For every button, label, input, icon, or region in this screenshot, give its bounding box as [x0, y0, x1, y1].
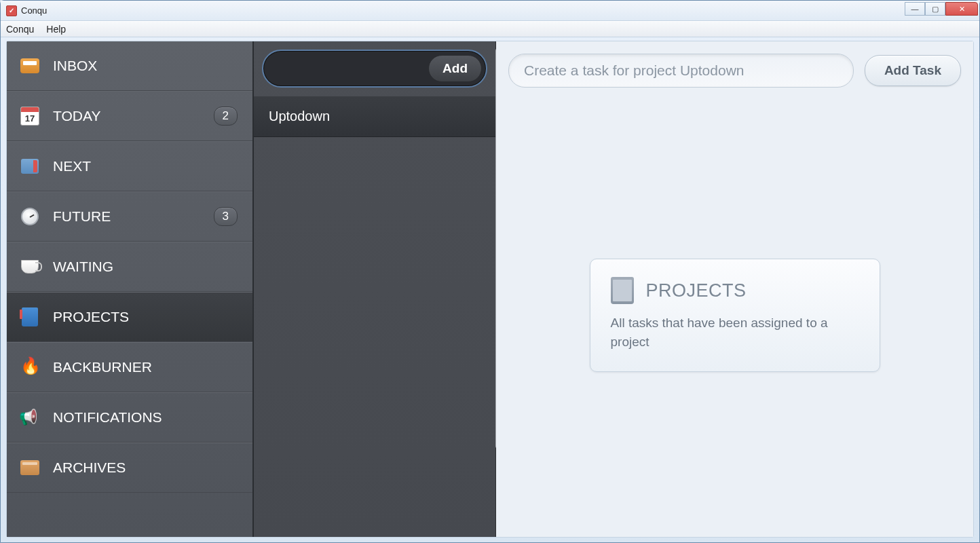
- sidebar-item-next[interactable]: NEXT: [7, 141, 252, 191]
- projects-book-icon: [611, 277, 634, 304]
- sidebar-label: ARCHIVES: [53, 460, 126, 476]
- info-card: PROJECTS All tasks that have been assign…: [590, 259, 880, 372]
- folder-icon: [19, 155, 41, 177]
- sidebar-item-inbox[interactable]: INBOX: [7, 41, 252, 91]
- archive-icon: [19, 457, 41, 479]
- window-title: Conqu: [21, 5, 47, 16]
- app-icon: [6, 5, 17, 16]
- clock-icon: [19, 206, 41, 227]
- badge-future: 3: [214, 207, 238, 226]
- project-row[interactable]: Uptodown: [254, 96, 495, 137]
- fire-icon: [19, 356, 41, 378]
- sidebar-item-archives[interactable]: ARCHIVES: [7, 443, 252, 493]
- book-icon: [19, 306, 41, 328]
- sidebar: INBOX TODAY 2 NEXT FUTURE 3 WAITING: [7, 41, 253, 537]
- sidebar-item-projects[interactable]: PROJECTS: [7, 292, 252, 342]
- sidebar-label: INBOX: [53, 58, 97, 74]
- sidebar-label: BACKBURNER: [53, 359, 152, 375]
- minimize-button[interactable]: —: [905, 2, 925, 16]
- menubar: Conqu Help: [1, 21, 979, 37]
- info-card-title: PROJECTS: [646, 280, 747, 301]
- menu-help[interactable]: Help: [46, 24, 66, 35]
- sidebar-label: PROJECTS: [53, 309, 129, 325]
- project-list-panel: Add Uptodown: [253, 41, 496, 537]
- close-button[interactable]: ✕: [945, 2, 978, 16]
- maximize-button[interactable]: ▢: [925, 2, 945, 16]
- titlebar: Conqu — ▢ ✕: [1, 1, 979, 21]
- sidebar-item-future[interactable]: FUTURE 3: [7, 191, 252, 242]
- sidebar-item-waiting[interactable]: WAITING: [7, 242, 252, 292]
- project-name: Uptodown: [269, 109, 330, 124]
- sidebar-item-notifications[interactable]: NOTIFICATIONS: [7, 392, 252, 443]
- menu-conqu[interactable]: Conqu: [6, 24, 34, 35]
- app-body: INBOX TODAY 2 NEXT FUTURE 3 WAITING: [6, 41, 974, 538]
- sidebar-label: TODAY: [53, 108, 100, 124]
- info-card-description: All tasks that have been assigned to a p…: [611, 314, 859, 351]
- sidebar-label: NOTIFICATIONS: [53, 409, 162, 426]
- sidebar-item-today[interactable]: TODAY 2: [7, 91, 252, 141]
- badge-today: 2: [214, 107, 238, 126]
- main-panel: Add Task PROJECTS All tasks that have be…: [496, 41, 973, 537]
- task-bar: Add Task: [508, 54, 961, 88]
- window-controls: — ▢ ✕: [905, 2, 978, 16]
- sidebar-label: WAITING: [53, 259, 113, 275]
- task-input[interactable]: [508, 54, 854, 88]
- info-card-header: PROJECTS: [611, 277, 859, 304]
- sidebar-label: NEXT: [53, 158, 91, 174]
- sidebar-item-backburner[interactable]: BACKBURNER: [7, 342, 252, 392]
- cup-icon: [19, 256, 41, 278]
- add-project-button[interactable]: Add: [428, 55, 482, 82]
- inbox-icon: [19, 55, 41, 77]
- add-project-panel: Add: [262, 50, 487, 88]
- add-task-button[interactable]: Add Task: [865, 55, 961, 86]
- calendar-icon: [19, 105, 41, 127]
- sidebar-label: FUTURE: [53, 208, 111, 225]
- megaphone-icon: [19, 407, 41, 428]
- window-frame: Conqu — ▢ ✕ Conqu Help INBOX TODAY 2 NEX…: [0, 0, 980, 543]
